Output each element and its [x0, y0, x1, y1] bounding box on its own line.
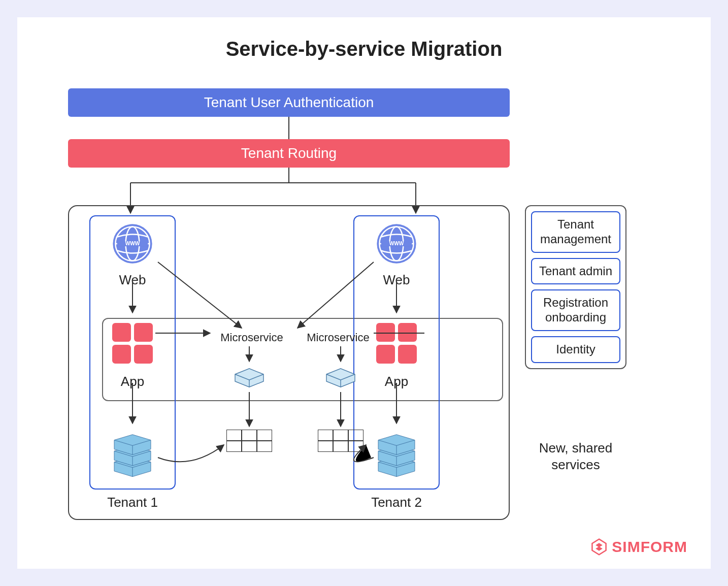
globe-icon: WWW: [375, 222, 418, 265]
table-icon: [318, 430, 363, 452]
tenant2-box: WWW Web App: [353, 215, 440, 490]
globe-icon: WWW: [111, 222, 154, 265]
shared-service-item: Tenant management: [531, 211, 620, 253]
tenant2-caption: Tenant 2: [353, 495, 440, 510]
shared-services-box: Tenant management Tenant admin Registrat…: [525, 205, 626, 369]
shared-service-item: Tenant admin: [531, 258, 620, 285]
tenant1-box: WWW Web App: [89, 215, 176, 490]
app-icon: [112, 323, 153, 364]
microservice-label: Microservice: [211, 331, 292, 344]
database-icon: [110, 434, 155, 479]
database-icon: [374, 434, 419, 479]
app-label: App: [90, 374, 175, 389]
svg-text:WWW: WWW: [389, 241, 404, 246]
microservice-node-icon: [323, 364, 358, 389]
app-icon: [376, 323, 417, 364]
shared-service-item: Registration onboarding: [531, 289, 620, 331]
svg-text:WWW: WWW: [125, 241, 140, 246]
web-label: Web: [90, 272, 175, 288]
tenant1-caption: Tenant 1: [89, 495, 176, 510]
canvas: Service-by-service Migration Tenant User…: [17, 17, 711, 569]
diagram-title: Service-by-service Migration: [17, 38, 711, 60]
tenants-container: WWW Web App Tenant 1: [68, 205, 510, 520]
logo-text: SIMFORM: [612, 538, 687, 556]
simform-logo: SIMFORM: [590, 538, 687, 556]
web-label: Web: [354, 272, 439, 288]
routing-bar: Tenant Routing: [68, 139, 510, 168]
app-label: App: [354, 374, 439, 389]
table-icon: [226, 430, 272, 452]
shared-services-caption: New, shared services: [525, 440, 626, 473]
microservice-node-icon: [231, 364, 267, 389]
logo-icon: [590, 538, 608, 556]
auth-bar: Tenant User Authentication: [68, 88, 510, 117]
shared-service-item: Identity: [531, 336, 620, 363]
microservice-label: Microservice: [297, 331, 379, 344]
